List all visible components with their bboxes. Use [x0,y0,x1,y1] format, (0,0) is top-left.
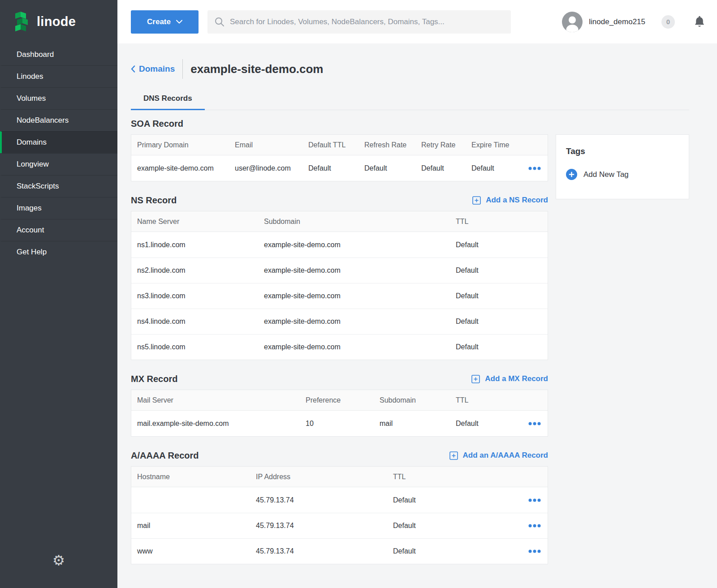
a-record-table: Hostname IP Address TTL 45.79.13.74 Defa… [131,466,548,564]
column-header-refresh-rate: Refresh Rate [364,141,421,149]
cell-ttl: Default [456,318,542,326]
a-row-actions-menu[interactable] [527,548,542,555]
cell-subdomain: example-site-demo.com [264,318,456,326]
soa-section-header: SOA Record [131,117,548,130]
sidebar-item-nodebalancers[interactable]: NodeBalancers [0,109,117,131]
cell-primary-domain: example-site-demo.com [137,164,235,172]
soa-record-table: Primary Domain Email Default TTL Refresh… [131,134,548,181]
column-header-subdomain: Subdomain [380,396,456,404]
ns-table-row: ns4.linode.com example-site-demo.com Def… [131,309,548,334]
cell-name-server: ns5.linode.com [137,343,264,351]
sidebar-nav: Dashboard Linodes Volumes NodeBalancers … [0,43,117,263]
cell-subdomain: mail [380,420,456,428]
create-button-label: Create [147,17,171,26]
a-table-row: www 45.79.13.74 Default [131,538,548,564]
tab-dns-records[interactable]: DNS Records [131,88,205,110]
sidebar: linode Dashboard Linodes Volumes NodeBal… [0,0,117,588]
soa-table-row: example-site-demo.com user@linode.com De… [131,155,548,181]
add-ns-record-label: Add a NS Record [486,196,548,205]
create-button[interactable]: Create [131,10,199,34]
a-table-row: 45.79.13.74 Default [131,487,548,513]
cell-email: user@linode.com [235,164,308,172]
column-header-expire-time: Expire Time [471,141,524,149]
plus-circle-icon [566,169,577,180]
column-header-primary-domain: Primary Domain [137,141,235,149]
brand-name: linode [37,14,76,29]
column-header-subdomain: Subdomain [264,218,456,226]
search-input[interactable] [230,17,504,26]
sidebar-item-domains[interactable]: Domains [0,131,117,153]
soa-section-title: SOA Record [131,119,183,129]
ns-table-row: ns1.linode.com example-site-demo.com Def… [131,232,548,258]
cell-refresh-rate: Default [364,164,421,172]
add-ns-record-link[interactable]: Add a NS Record [472,196,548,205]
username: linode_demo215 [589,17,645,26]
a-table-header-row: Hostname IP Address TTL [131,467,548,487]
search-bar[interactable] [207,10,511,34]
mx-table-header-row: Mail Server Preference Subdomain TTL [131,390,548,411]
a-row-actions-menu[interactable] [527,522,542,529]
column-header-ttl: TTL [456,218,542,226]
cell-mail-server: mail.example-site-demo.com [137,420,306,428]
linode-logo-link[interactable]: linode [0,0,117,43]
cell-hostname: mail [137,522,256,530]
cell-ttl: Default [456,420,524,428]
add-new-tag-button[interactable]: Add New Tag [566,169,679,180]
cell-ip-address: 45.79.13.74 [256,547,393,555]
column-header-ttl: TTL [393,473,524,481]
sidebar-item-account[interactable]: Account [0,219,117,241]
a-section-title: A/AAAA Record [131,451,199,461]
notification-bell-icon[interactable] [694,16,705,28]
cell-retry-rate: Default [421,164,471,172]
settings-gear-icon[interactable]: ⚙ [52,552,65,568]
sidebar-item-images[interactable]: Images [0,197,117,219]
cell-ttl: Default [456,266,542,275]
sidebar-item-linodes[interactable]: Linodes [0,65,117,87]
column-header-mail-server: Mail Server [137,396,306,404]
a-row-actions-menu[interactable] [527,497,542,504]
mx-section-header: MX Record Add a MX Record [131,373,548,385]
tags-panel: Tags Add New Tag [556,134,689,199]
cell-preference: 10 [306,420,380,428]
breadcrumb: Domains example-site-demo.com [131,43,689,80]
add-a-record-link[interactable]: Add an A/AAAA Record [449,451,548,460]
user-menu[interactable]: linode_demo215 [562,12,645,32]
ns-section-header: NS Record Add a NS Record [131,194,548,206]
avatar [562,12,583,32]
sidebar-item-longview[interactable]: Longview [0,153,117,175]
cell-subdomain: example-site-demo.com [264,343,456,351]
chevron-down-icon [176,20,182,24]
sidebar-item-volumes[interactable]: Volumes [0,87,117,109]
cell-ttl: Default [393,547,524,555]
add-mx-record-label: Add a MX Record [485,374,548,383]
breadcrumb-domains-link[interactable]: Domains [131,64,175,74]
ns-table-row: ns5.linode.com example-site-demo.com Def… [131,334,548,360]
search-icon [215,17,225,27]
sidebar-item-dashboard[interactable]: Dashboard [0,43,117,65]
plus-square-icon [472,196,481,205]
cell-ttl: Default [456,241,542,249]
column-header-hostname: Hostname [137,473,256,481]
cell-name-server: ns1.linode.com [137,241,264,249]
cell-ttl: Default [456,292,542,300]
page-title: example-site-demo.com [190,62,323,76]
ns-table-header-row: Name Server Subdomain TTL [131,211,548,232]
main-content: Domains example-site-demo.com DNS Record… [117,43,717,564]
sidebar-item-get-help[interactable]: Get Help [0,241,117,263]
cell-subdomain: example-site-demo.com [264,241,456,249]
ns-section-title: NS Record [131,195,177,206]
mx-row-actions-menu[interactable] [527,420,542,427]
breadcrumb-divider [182,59,183,79]
topbar: Create linode_demo215 0 [117,0,717,43]
mx-section-title: MX Record [131,374,177,384]
linode-logo-icon [13,12,31,32]
soa-row-actions-menu[interactable] [527,165,542,172]
add-mx-record-link[interactable]: Add a MX Record [471,374,548,383]
column-header-ttl: TTL [456,396,524,404]
sidebar-item-stackscripts[interactable]: StackScripts [0,175,117,197]
cell-name-server: ns4.linode.com [137,318,264,326]
notification-count-badge: 0 [661,15,675,29]
ns-table-row: ns2.linode.com example-site-demo.com Def… [131,258,548,283]
cell-default-ttl: Default [308,164,364,172]
cell-hostname: www [137,547,256,555]
